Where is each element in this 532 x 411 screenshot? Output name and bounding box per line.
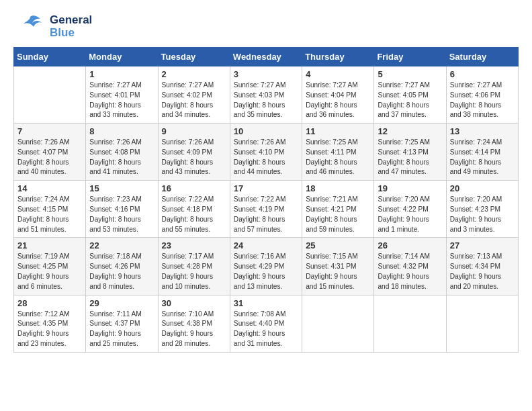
day-number: 31: [234, 298, 298, 308]
day-info: Sunrise: 7:20 AMSunset: 4:23 PMDaylight:…: [450, 195, 515, 234]
day-info: Sunrise: 7:20 AMSunset: 4:22 PMDaylight:…: [378, 195, 442, 234]
day-number: 3: [234, 69, 298, 79]
calendar-cell: 28Sunrise: 7:12 AMSunset: 4:35 PMDayligh…: [14, 295, 86, 352]
day-info: Sunrise: 7:26 AMSunset: 4:10 PMDaylight:…: [234, 138, 298, 177]
day-info: Sunrise: 7:25 AMSunset: 4:11 PMDaylight:…: [306, 138, 370, 177]
day-info: Sunrise: 7:22 AMSunset: 4:19 PMDaylight:…: [234, 195, 298, 234]
calendar-cell: 26Sunrise: 7:14 AMSunset: 4:32 PMDayligh…: [374, 238, 446, 295]
day-info: Sunrise: 7:27 AMSunset: 4:04 PMDaylight:…: [306, 81, 370, 120]
day-info: Sunrise: 7:24 AMSunset: 4:15 PMDaylight:…: [17, 195, 82, 234]
day-info: Sunrise: 7:23 AMSunset: 4:16 PMDaylight:…: [89, 195, 154, 234]
day-number: 30: [162, 298, 226, 308]
calendar-cell: 2Sunrise: 7:27 AMSunset: 4:02 PMDaylight…: [158, 66, 230, 124]
day-info: Sunrise: 7:26 AMSunset: 4:08 PMDaylight:…: [89, 138, 154, 177]
calendar-cell: 9Sunrise: 7:26 AMSunset: 4:09 PMDaylight…: [158, 124, 230, 181]
day-header-thursday: Thursday: [302, 48, 374, 66]
calendar-cell: 24Sunrise: 7:16 AMSunset: 4:29 PMDayligh…: [230, 238, 302, 295]
day-number: 7: [17, 126, 82, 136]
day-info: Sunrise: 7:19 AMSunset: 4:25 PMDaylight:…: [17, 252, 82, 291]
calendar-cell: 10Sunrise: 7:26 AMSunset: 4:10 PMDayligh…: [230, 124, 302, 181]
calendar-cell: 13Sunrise: 7:24 AMSunset: 4:14 PMDayligh…: [446, 124, 518, 181]
calendar-cell: 30Sunrise: 7:10 AMSunset: 4:38 PMDayligh…: [158, 295, 230, 352]
calendar-cell: 18Sunrise: 7:21 AMSunset: 4:21 PMDayligh…: [302, 181, 374, 238]
day-header-wednesday: Wednesday: [230, 48, 302, 66]
day-info: Sunrise: 7:27 AMSunset: 4:02 PMDaylight:…: [162, 81, 226, 120]
week-row-4: 21Sunrise: 7:19 AMSunset: 4:25 PMDayligh…: [14, 238, 519, 295]
day-number: 25: [306, 240, 370, 250]
day-number: 11: [306, 126, 370, 136]
day-number: 12: [378, 126, 442, 136]
calendar-cell: 6Sunrise: 7:27 AMSunset: 4:06 PMDaylight…: [446, 66, 518, 124]
calendar-cell: 12Sunrise: 7:25 AMSunset: 4:13 PMDayligh…: [374, 124, 446, 181]
day-number: 27: [450, 240, 515, 250]
day-info: Sunrise: 7:13 AMSunset: 4:34 PMDaylight:…: [450, 252, 515, 291]
day-number: 29: [89, 298, 154, 308]
calendar-cell: 7Sunrise: 7:26 AMSunset: 4:07 PMDaylight…: [14, 124, 86, 181]
calendar-cell: 31Sunrise: 7:08 AMSunset: 4:40 PMDayligh…: [230, 295, 302, 352]
page-header: General Blue: [13, 13, 519, 40]
day-number: 23: [162, 240, 226, 250]
logo-bird-icon: [13, 13, 47, 40]
week-row-3: 14Sunrise: 7:24 AMSunset: 4:15 PMDayligh…: [14, 181, 519, 238]
day-number: 13: [450, 126, 515, 136]
calendar-cell: 4Sunrise: 7:27 AMSunset: 4:04 PMDaylight…: [302, 66, 374, 124]
day-number: 4: [306, 69, 370, 79]
day-info: Sunrise: 7:16 AMSunset: 4:29 PMDaylight:…: [234, 252, 298, 291]
day-number: 5: [378, 69, 442, 79]
calendar-cell: 27Sunrise: 7:13 AMSunset: 4:34 PMDayligh…: [446, 238, 518, 295]
calendar-cell: 14Sunrise: 7:24 AMSunset: 4:15 PMDayligh…: [14, 181, 86, 238]
day-number: 14: [17, 183, 82, 193]
day-info: Sunrise: 7:25 AMSunset: 4:13 PMDaylight:…: [378, 138, 442, 177]
day-number: 8: [89, 126, 154, 136]
day-info: Sunrise: 7:17 AMSunset: 4:28 PMDaylight:…: [162, 252, 226, 291]
day-number: 2: [162, 69, 226, 79]
calendar-cell: 5Sunrise: 7:27 AMSunset: 4:05 PMDaylight…: [374, 66, 446, 124]
day-header-friday: Friday: [374, 48, 446, 66]
day-info: Sunrise: 7:24 AMSunset: 4:14 PMDaylight:…: [450, 138, 515, 177]
day-info: Sunrise: 7:26 AMSunset: 4:09 PMDaylight:…: [162, 138, 226, 177]
calendar-cell: 23Sunrise: 7:17 AMSunset: 4:28 PMDayligh…: [158, 238, 230, 295]
day-number: 24: [234, 240, 298, 250]
day-number: 15: [89, 183, 154, 193]
day-number: 10: [234, 126, 298, 136]
day-info: Sunrise: 7:11 AMSunset: 4:37 PMDaylight:…: [89, 310, 154, 349]
calendar-cell: 25Sunrise: 7:15 AMSunset: 4:31 PMDayligh…: [302, 238, 374, 295]
week-row-1: 1Sunrise: 7:27 AMSunset: 4:01 PMDaylight…: [14, 66, 519, 124]
day-info: Sunrise: 7:27 AMSunset: 4:05 PMDaylight:…: [378, 81, 442, 120]
week-row-2: 7Sunrise: 7:26 AMSunset: 4:07 PMDaylight…: [14, 124, 519, 181]
logo-general: General: [50, 14, 92, 27]
day-number: 18: [306, 183, 370, 193]
logo: General Blue: [13, 13, 92, 40]
day-number: 9: [162, 126, 226, 136]
day-info: Sunrise: 7:15 AMSunset: 4:31 PMDaylight:…: [306, 252, 370, 291]
day-number: 6: [450, 69, 515, 79]
day-info: Sunrise: 7:22 AMSunset: 4:18 PMDaylight:…: [162, 195, 226, 234]
calendar-cell: 17Sunrise: 7:22 AMSunset: 4:19 PMDayligh…: [230, 181, 302, 238]
calendar-cell: [14, 66, 86, 124]
calendar-cell: 29Sunrise: 7:11 AMSunset: 4:37 PMDayligh…: [86, 295, 158, 352]
logo-blue: Blue: [50, 27, 92, 40]
day-info: Sunrise: 7:10 AMSunset: 4:38 PMDaylight:…: [162, 310, 226, 349]
day-number: 22: [89, 240, 154, 250]
day-number: 19: [378, 183, 442, 193]
calendar-cell: 1Sunrise: 7:27 AMSunset: 4:01 PMDaylight…: [86, 66, 158, 124]
day-number: 28: [17, 298, 82, 308]
day-info: Sunrise: 7:18 AMSunset: 4:26 PMDaylight:…: [89, 252, 154, 291]
day-number: 16: [162, 183, 226, 193]
calendar-cell: 3Sunrise: 7:27 AMSunset: 4:03 PMDaylight…: [230, 66, 302, 124]
calendar-cell: 16Sunrise: 7:22 AMSunset: 4:18 PMDayligh…: [158, 181, 230, 238]
day-info: Sunrise: 7:12 AMSunset: 4:35 PMDaylight:…: [17, 310, 82, 349]
day-header-monday: Monday: [86, 48, 158, 66]
calendar-cell: 15Sunrise: 7:23 AMSunset: 4:16 PMDayligh…: [86, 181, 158, 238]
day-info: Sunrise: 7:21 AMSunset: 4:21 PMDaylight:…: [306, 195, 370, 234]
calendar-cell: 22Sunrise: 7:18 AMSunset: 4:26 PMDayligh…: [86, 238, 158, 295]
day-header-tuesday: Tuesday: [158, 48, 230, 66]
day-number: 26: [378, 240, 442, 250]
calendar-cell: [374, 295, 446, 352]
day-number: 20: [450, 183, 515, 193]
day-number: 21: [17, 240, 82, 250]
day-info: Sunrise: 7:26 AMSunset: 4:07 PMDaylight:…: [17, 138, 82, 177]
calendar-cell: 21Sunrise: 7:19 AMSunset: 4:25 PMDayligh…: [14, 238, 86, 295]
day-header-saturday: Saturday: [446, 48, 518, 66]
calendar-cell: [302, 295, 374, 352]
